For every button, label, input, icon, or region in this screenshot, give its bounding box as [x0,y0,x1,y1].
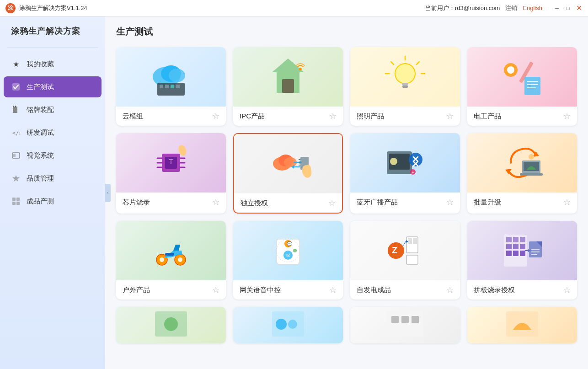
window-controls: ─ □ ✕ [553,5,583,12]
titlebar: 涂 涂鸦生产解决方案V1.1.24 当前用户：rd3@ruision.com 注… [0,0,588,16]
close-button[interactable]: ✕ [575,5,583,12]
language-button[interactable]: English [523,5,542,11]
titlebar-right: 当前用户：rd3@ruision.com 注销 English ─ □ ✕ [425,4,583,12]
svg-rect-102 [520,244,525,249]
sidebar-item-vision[interactable]: 视觉系统 [4,145,102,166]
card-bluetooth[interactable]: M 蓝牙广播产品 ☆ [350,133,460,214]
card-gateway[interactable]: 💬 ✉ ⋮ 网关语音中控 ☆ [233,221,343,299]
card-footer-selfgen: 自发电成品 ☆ [350,280,460,299]
star-electrical[interactable]: ☆ [563,111,571,121]
sidebar: 涂鸦生产解决方案 ★ 我的收藏 生产测试 [0,16,105,369]
sidebar-label-rd: 研发调试 [27,128,54,137]
svg-rect-35 [524,77,540,95]
sidebar-item-quality[interactable]: 品质管理 [4,168,102,189]
sidebar-item-favorites[interactable]: ★ 我的收藏 [4,53,102,75]
card-thumb-partial3 [350,307,460,343]
star-auth[interactable]: ☆ [328,198,336,208]
svg-rect-79 [165,253,174,256]
svg-point-116 [288,320,297,329]
maximize-button[interactable]: □ [564,5,572,12]
card-ipc[interactable]: IPC产品 ☆ [233,47,343,126]
star-panel[interactable]: ☆ [563,285,571,295]
card-partial-1[interactable] [116,307,226,343]
sidebar-item-production-test[interactable]: 生产测试 [4,76,102,97]
svg-text:Z: Z [392,245,397,255]
star-gateway[interactable]: ☆ [329,285,337,295]
svg-rect-24 [402,83,408,86]
sidebar-label-vision: 视觉系统 [27,151,54,160]
card-thumb-partial4 [467,307,577,343]
star-batch[interactable]: ☆ [563,197,571,207]
card-thumb-bluetooth: M [350,133,460,193]
star-cloud[interactable]: ☆ [212,111,219,121]
star-chip[interactable]: ☆ [212,197,219,207]
svg-rect-120 [412,316,419,323]
svg-rect-103 [506,251,512,256]
card-label-auth: 独立授权 [241,199,268,208]
sidebar-item-nameplate[interactable]: 铭牌装配 [4,99,102,120]
star-outdoor[interactable]: ☆ [212,285,219,295]
content-area: 生产测试 [105,16,588,369]
card-footer-auth: 独立授权 ☆ [234,193,342,213]
svg-rect-117 [387,311,423,337]
app-title: 涂鸦生产解决方案V1.1.24 [19,4,87,12]
svg-point-22 [299,68,302,70]
svg-text:</>: </> [12,130,20,136]
card-batch-upgrade[interactable]: 批量升级 ☆ [467,133,577,214]
svg-rect-25 [402,86,408,88]
star-bluetooth[interactable]: ☆ [446,197,454,207]
card-thumb-auth [234,134,342,193]
quality-icon [11,173,21,183]
svg-rect-18 [171,85,174,88]
card-cloud-module[interactable]: 云模组 ☆ [116,47,226,126]
card-label-bluetooth: 蓝牙广播产品 [357,198,398,207]
logout-button[interactable]: 注销 [505,4,517,12]
card-partial-2[interactable] [233,307,343,343]
card-thumb-batch [467,133,577,193]
star-selfgen[interactable]: ☆ [446,285,454,295]
svg-point-23 [395,64,415,84]
svg-rect-16 [160,85,163,88]
card-footer-electrical: 电工产品 ☆ [467,107,577,126]
card-self-gen[interactable]: Z 自发电成品 ☆ [350,221,460,299]
svg-rect-3 [15,106,16,107]
collapse-sidebar-button[interactable]: ‹ [105,184,111,202]
star-ipc[interactable]: ☆ [329,111,337,121]
star-lighting[interactable]: ☆ [446,111,454,121]
card-partial-4[interactable] [467,307,577,343]
card-footer-cloud: 云模组 ☆ [116,107,226,126]
card-partial-3[interactable] [350,307,460,343]
card-lighting[interactable]: 照明产品 ☆ [350,47,460,126]
sidebar-item-rd-debug[interactable]: </> 研发调试 [4,122,102,143]
svg-rect-2 [13,106,14,107]
card-electrical[interactable]: 电工产品 ☆ [467,47,577,126]
svg-point-77 [160,257,164,262]
minimize-button[interactable]: ─ [553,5,561,12]
card-label-lighting: 照明产品 [357,112,384,121]
svg-rect-6 [13,154,16,157]
svg-rect-8 [12,198,16,201]
svg-rect-105 [520,251,525,256]
svg-rect-93 [413,238,417,244]
svg-line-27 [391,62,394,64]
sidebar-item-finished[interactable]: 成品产测 [4,191,102,212]
card-thumb-gateway: 💬 ✉ ⋮ [233,221,343,280]
card-panel-burn[interactable]: 拼板烧录授权 ☆ [467,221,577,299]
svg-point-113 [164,317,178,331]
svg-rect-98 [513,237,519,242]
svg-rect-92 [408,238,412,244]
card-standalone-auth[interactable]: 独立授权 ☆ [233,133,343,214]
rd-debug-icon: </> [11,128,21,138]
card-thumb-outdoor [116,221,226,280]
card-outdoor[interactable]: 户外产品 ☆ [116,221,226,299]
card-label-selfgen: 自发电成品 [357,286,391,294]
card-chip-burn[interactable]: 芯片烧录 ☆ [116,133,226,214]
card-label-chip: 芯片烧录 [123,198,150,207]
svg-rect-19 [176,85,180,88]
card-thumb-partial1 [116,307,226,343]
card-footer-bluetooth: 蓝牙广播产品 ☆ [350,193,460,212]
svg-point-32 [507,66,514,74]
svg-rect-21 [282,79,294,93]
main-layout: 涂鸦生产解决方案 ★ 我的收藏 生产测试 [0,16,588,369]
svg-rect-100 [506,244,512,249]
